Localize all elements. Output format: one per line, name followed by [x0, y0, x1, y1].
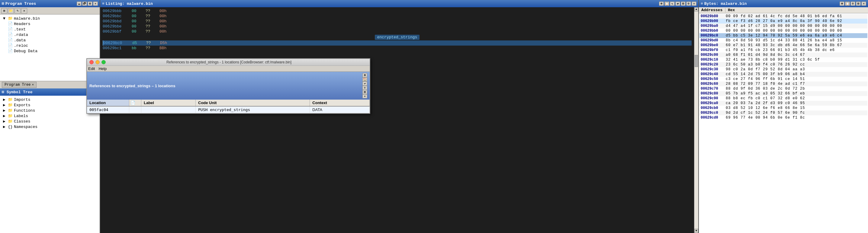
lst-copy-btn[interactable]: ⊕: [659, 1, 664, 6]
refs-icon4[interactable]: ≡: [363, 86, 367, 90]
symbol-item-functions[interactable]: ▶ 📁 Functions: [1, 108, 98, 113]
bytes-addr: 00629bc0: [701, 33, 723, 38]
bytes-row-ca0: 00629ca0 ca 20 03 7a 2d 2f d3 09 c0 46 9…: [700, 101, 867, 106]
edit-btn[interactable]: ✎: [14, 8, 21, 13]
refs-icon5[interactable]: ⊞: [363, 90, 367, 94]
tree-item-reloc[interactable]: 📄 .reloc: [7, 43, 98, 48]
listing-row: 00629bbc 00 ?? 00h: [103, 13, 692, 19]
detach-btn[interactable]: ⊞: [88, 1, 92, 6]
program-trees-titlebar: ⊞ Program Trees 🗕 🗗 ⊞ ✕: [0, 0, 100, 7]
delete-tree-btn[interactable]: ✕: [21, 8, 27, 13]
symbol-item-exports[interactable]: ▶ 📁 Exports: [1, 102, 98, 108]
listing-panel: ≡ Listing: malware.bin ⊕ 📋 ↖ ⇄ ⊞ ⚙ ✕ 006…: [100, 0, 698, 233]
open-btn[interactable]: 📁: [8, 8, 14, 13]
cell-codeunit: PUSH encrypted_strings: [196, 106, 310, 113]
col-location[interactable]: Location: [87, 100, 129, 106]
item-label: Labels: [14, 114, 28, 118]
symbol-tree-icon: ⊞: [2, 90, 4, 95]
op: 00h: [159, 19, 184, 24]
scroll-down-btn[interactable]: ▼: [694, 229, 698, 233]
refs-menu-edit[interactable]: Edit: [88, 66, 95, 71]
lst-snap-btn[interactable]: 📋: [664, 1, 669, 6]
minimize-btn[interactable]: 🗕: [77, 1, 82, 6]
addr: 00629bbe: [103, 24, 127, 29]
tree-item-headers[interactable]: 📄 Headers: [7, 21, 98, 27]
scroll-thumb[interactable]: [695, 55, 698, 67]
bytes-row-c80: 00629c80 05 7b a9 f5 ac a3 05 32 66 bf e…: [700, 91, 867, 96]
refs-panel-title: References to encrypted_strings – 1 loca…: [89, 84, 176, 88]
bytes-row-cd0: 00629cd0 69 96 77 4e 00 94 6b 0e 6e f1 8…: [700, 115, 867, 120]
bytes-close-btn[interactable]: ✕: [861, 1, 866, 6]
bytes-addr: 00629c50: [701, 77, 723, 81]
col-codeunit[interactable]: Code Unit: [196, 100, 310, 106]
tree-root-item[interactable]: ▼ 📁 malware.bin: [1, 16, 98, 21]
new-tree-btn[interactable]: ⊞: [1, 8, 7, 13]
scroll-up-btn[interactable]: ▲: [694, 7, 698, 11]
bytes-hex: 28 08 72 09 77 18 f0 4e ad c1 f7: [726, 82, 805, 86]
refs-icon2[interactable]: 🏠: [363, 77, 367, 81]
tree-item-debug[interactable]: 📄 Debug Data: [7, 48, 98, 54]
bytes-row-bd0: 00629bd0 8b c4 8d 50 93 d5 1c d4 33 88 4…: [700, 38, 867, 43]
refs-table-row[interactable]: 005fac04 PUSH encrypted_strings DATA: [87, 106, 370, 113]
maximize-traffic-light[interactable]: [101, 60, 106, 64]
refs-icon1[interactable]: ⊕: [363, 73, 367, 77]
maximize-btn[interactable]: 🗗: [82, 1, 87, 6]
byte: 00: [132, 9, 141, 13]
bytes-panel: ≡ Bytes: malware.bin ⊕ 📋 ⚙ ⊞ ✕ Addresses…: [699, 0, 868, 233]
folder-icon: 📁: [8, 108, 13, 113]
symbol-item-labels[interactable]: ▶ 📁 Labels: [1, 113, 98, 119]
program-tree-tab[interactable]: Program Tree ×: [2, 82, 36, 88]
tree-item-data[interactable]: 📄 .data: [7, 37, 98, 43]
item-label: Namespaces: [14, 125, 37, 129]
bytes-icon-btn4[interactable]: ⊞: [856, 1, 861, 6]
symbol-item-imports[interactable]: ▶ 📁 Imports: [1, 97, 98, 102]
bytes-addr: 00629ba0: [701, 24, 723, 28]
minimize-traffic-light[interactable]: [95, 60, 100, 64]
bytes-addr: 00629bf0: [701, 48, 723, 52]
function-label[interactable]: encrypted_strings: [375, 35, 420, 40]
col-label[interactable]: Label: [141, 100, 196, 106]
expand-icon: ▼: [2, 16, 7, 21]
folder-icon: 📁: [8, 103, 13, 107]
item-label: Imports: [14, 98, 31, 102]
bytes-addr: 00629c20: [701, 63, 723, 67]
col-context[interactable]: Context: [310, 100, 370, 106]
bytes-hex: 00 09 fd 02 ad 61 4c fc dd 5e 48 01 b6 e…: [726, 14, 842, 19]
bytes-addr: 00629c60: [701, 82, 723, 86]
symbol-item-namespaces[interactable]: ▶ {} Namespaces: [1, 124, 98, 130]
lst-cursor-btn[interactable]: ↖: [670, 1, 675, 6]
bytes-row-c90: 00629c90 88 b8 ec fb c0 c1 07 32 d8 e0 6…: [700, 96, 867, 101]
bytes-icon-btn2[interactable]: 📋: [845, 1, 850, 6]
cell-icon: [129, 106, 141, 113]
addr: 00629bbf: [103, 29, 127, 34]
lst-settings-btn[interactable]: ⚙: [686, 1, 691, 6]
bytes-row-cc0: 00629cc0 9d 2d cf 1c 52 24 f0 57 6e 90 f…: [700, 110, 867, 115]
listing-row: 00629bbe 00 ?? 00h: [103, 24, 692, 29]
bytes-hex: 88 b8 ec fb c0 c1 07 32 d8 e0 62: [726, 96, 805, 100]
bytes-icon: ≡: [701, 1, 703, 6]
symbol-tree-titlebar: ⊞ Symbol Tree ⊞: [0, 89, 100, 96]
bytes-hex: 69 96 77 4e 00 94 6b 0e 6e f1 8c: [726, 115, 805, 120]
bytes-row-c40: 00629c40 cd 55 14 2d 75 00 3f b9 06 a8 b…: [700, 72, 867, 77]
close-traffic-light[interactable]: [89, 60, 94, 64]
refs-close-btn[interactable]: ✕: [363, 94, 367, 98]
bytes-icon-btn1[interactable]: ⊕: [840, 1, 844, 6]
lst-alt-btn[interactable]: ⊞: [681, 1, 686, 6]
listing-scrollbar[interactable]: ▲ ▼: [694, 7, 698, 233]
lst-sync-btn[interactable]: ⇄: [675, 1, 680, 6]
symbol-item-classes[interactable]: ▶ 📁 Classes: [1, 119, 98, 124]
item-label: Functions: [14, 108, 35, 113]
tree-item-text[interactable]: 📄 .text: [7, 27, 98, 32]
bytes-row-c50: 00629c50 c3 ce 27 f4 96 ff 6b 91 ce 14 5…: [700, 77, 867, 81]
refs-icon3[interactable]: ↩: [363, 81, 367, 86]
listing-titlebar: ≡ Listing: malware.bin ⊕ 📋 ↖ ⇄ ⊞ ⚙ ✕: [100, 0, 698, 7]
tree-item-rdata[interactable]: 📄 .rdata: [7, 32, 98, 37]
file-icon: 📄: [8, 32, 13, 37]
close-btn[interactable]: ✕: [93, 1, 98, 6]
bytes-icon-btn3[interactable]: ⚙: [850, 1, 855, 6]
arrow-icon: ▶: [2, 113, 7, 118]
bytes-titlebar: ≡ Bytes: malware.bin ⊕ 📋 ⚙ ⊞ ✕: [699, 0, 868, 7]
refs-menu-help[interactable]: Help: [98, 66, 106, 71]
tab-close-icon[interactable]: ×: [32, 83, 34, 87]
lst-close-btn[interactable]: ✕: [692, 1, 696, 6]
